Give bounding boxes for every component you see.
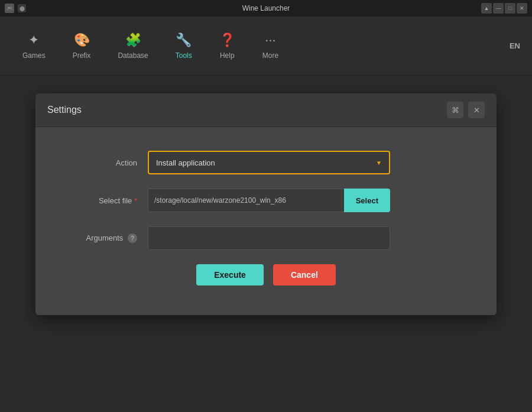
file-path-input[interactable] — [148, 189, 344, 212]
settings-dialog: Settings ⌘ ✕ Action Install application … — [35, 93, 497, 315]
nav-label-games: Games — [22, 51, 46, 60]
nav-item-tools[interactable]: 🔧 Tools — [165, 27, 203, 66]
database-icon: 🧩 — [125, 33, 141, 48]
help-tooltip-icon[interactable]: ? — [128, 233, 137, 243]
nav-label-tools: Tools — [176, 51, 192, 60]
window-controls: ▲ — □ ✕ — [481, 3, 527, 14]
nav-item-prefix[interactable]: 🎨 Prefix — [62, 27, 102, 66]
cancel-button[interactable]: Cancel — [273, 264, 336, 286]
execute-button[interactable]: Execute — [196, 264, 264, 286]
terminal-button[interactable]: ⌘ — [447, 102, 463, 118]
title-bar-left: 🎮 ⬤ — [5, 4, 26, 13]
window-maximize-button[interactable]: □ — [505, 3, 515, 14]
action-label: Action — [71, 158, 148, 167]
window-scroll-up-button[interactable]: ▲ — [481, 3, 492, 14]
title-bar-dot: ⬤ — [18, 4, 26, 12]
arguments-input[interactable] — [148, 226, 390, 250]
nav-item-more[interactable]: ··· More — [252, 27, 289, 66]
window-close-button[interactable]: ✕ — [517, 3, 527, 14]
arguments-label: Arguments ? — [71, 233, 148, 244]
select-file-row: Select file * Select — [71, 189, 461, 212]
games-icon: ✦ — [28, 33, 39, 48]
help-icon: ❓ — [219, 33, 235, 48]
action-selected-value: Install application — [156, 158, 215, 167]
app-icon: 🎮 — [5, 4, 14, 13]
window-minimize-button[interactable]: — — [493, 3, 504, 14]
nav-item-games[interactable]: ✦ Games — [12, 27, 56, 66]
dialog-actions: Execute Cancel — [71, 264, 461, 286]
language-selector[interactable]: EN — [510, 41, 520, 50]
dialog-body: Action Install application ▼ Select file… — [35, 127, 497, 315]
nav-label-database: Database — [118, 51, 148, 60]
chevron-down-icon: ▼ — [376, 160, 382, 166]
nav-label-help: Help — [220, 51, 235, 60]
dialog-close-button[interactable]: ✕ — [468, 102, 485, 118]
required-marker: * — [134, 196, 137, 205]
nav-bar: ✦ Games 🎨 Prefix 🧩 Database 🔧 Tools ❓ He… — [0, 17, 532, 76]
file-label: Select file * — [71, 196, 148, 205]
nav-label-prefix: Prefix — [73, 51, 91, 60]
tools-icon: 🔧 — [176, 33, 192, 48]
action-dropdown[interactable]: Install application ▼ — [148, 151, 390, 174]
file-select-button[interactable]: Select — [344, 189, 390, 212]
dialog-header: Settings ⌘ ✕ — [35, 93, 497, 127]
dialog-header-buttons: ⌘ ✕ — [447, 102, 485, 118]
app-title: Wine Launcher — [242, 4, 290, 12]
nav-item-database[interactable]: 🧩 Database — [107, 27, 158, 66]
more-icon: ··· — [265, 33, 275, 48]
file-input-group: Select — [148, 189, 390, 212]
nav-items: ✦ Games 🎨 Prefix 🧩 Database 🔧 Tools ❓ He… — [12, 27, 289, 66]
prefix-icon: 🎨 — [74, 33, 90, 48]
action-row: Action Install application ▼ — [71, 151, 461, 174]
nav-item-help[interactable]: ❓ Help — [209, 27, 246, 66]
nav-label-more: More — [262, 51, 278, 60]
arguments-row: Arguments ? — [71, 226, 461, 250]
dialog-title: Settings — [47, 105, 82, 115]
title-bar: 🎮 ⬤ Wine Launcher ▲ — □ ✕ — [0, 0, 532, 17]
main-content: Settings ⌘ ✕ Action Install application … — [0, 76, 532, 412]
